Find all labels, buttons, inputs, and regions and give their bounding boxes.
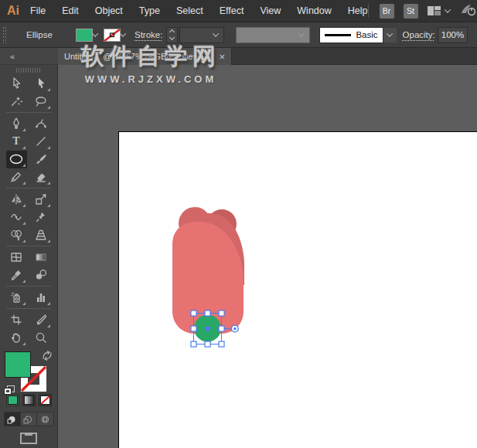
tool-group-divider [6,112,51,113]
control-bar: Ellipse Stroke: Basic Opacity: 100 [0,22,477,48]
paintbrush-tool[interactable] [31,151,52,168]
draw-inside-button[interactable] [37,412,53,426]
blend-tool[interactable] [31,266,52,284]
default-fill-stroke-icon[interactable] [4,385,15,395]
toolbar-collapse-button[interactable]: « [0,48,58,65]
tools-panel-grip[interactable] [16,68,41,73]
gradient-tool[interactable] [31,249,52,266]
pen-nib-icon [9,117,23,131]
chevron-down-icon [92,30,98,36]
menu-view[interactable]: View [260,5,281,16]
bridge-button[interactable]: Br [380,4,394,19]
tab-close-icon[interactable]: × [219,51,225,63]
draw-behind-icon [23,415,33,424]
screen-mode-button[interactable] [20,433,37,448]
lasso-tool[interactable] [31,93,52,110]
pencil-icon [9,170,23,184]
zoom-tool[interactable] [31,329,52,347]
line-segment-tool[interactable] [31,133,52,151]
reflect-tool[interactable] [6,191,27,209]
chevron-down-icon [213,30,219,36]
scale-tool[interactable] [31,191,52,209]
fill-swatch-icon [76,29,93,42]
pen-tool[interactable] [6,115,27,133]
pin-icon [34,210,48,224]
stepper-down-icon[interactable] [169,35,175,40]
artboard[interactable] [118,131,477,448]
document-tab[interactable]: Untitled-1 @ 66.67% (RGB/Preview) × [58,48,232,65]
lasso-icon [34,94,48,108]
curvature-tool[interactable] [31,115,52,133]
stroke-label[interactable]: Stroke: [135,30,162,39]
width-tool[interactable] [6,209,27,226]
draw-behind-button[interactable] [21,412,37,426]
magic-wand-tool[interactable] [6,93,27,110]
menu-effect[interactable]: Effect [220,5,244,16]
shaper-tool[interactable] [6,168,27,186]
hand-tool[interactable] [6,329,27,347]
stroke-none-swatch-icon [104,29,121,42]
type-tool[interactable]: T [6,133,27,151]
fill-color-control[interactable] [76,29,97,42]
draw-normal-button[interactable] [5,412,21,426]
color-button[interactable] [6,394,19,406]
menu-edit[interactable]: Edit [62,5,79,16]
canvas-pasteboard[interactable] [58,65,477,448]
opacity-value-field[interactable]: 100% [438,27,468,43]
brush-definition-dropdown[interactable]: Basic [319,27,396,43]
workspace-switcher-icon[interactable] [428,5,450,16]
live-shape-widget-dot [233,328,236,330]
opacity-label[interactable]: Opacity: [403,30,435,39]
menu-bar: Ai File Edit Object Type Select Effect V… [0,0,477,22]
selection-tool[interactable] [6,75,27,93]
menu-help[interactable]: Help [348,5,368,16]
menu-window[interactable]: Window [297,5,331,16]
gradient-button[interactable] [22,394,36,406]
swap-fill-stroke-icon[interactable] [42,351,53,361]
mesh-tool[interactable] [6,249,27,266]
eyedropper-tool[interactable] [6,266,27,284]
shape-builder-tool[interactable] [6,226,27,244]
selection-arrow-icon [9,76,23,90]
slice-tool[interactable] [31,311,52,329]
stroke-weight-stepper[interactable] [166,27,178,43]
menu-file[interactable]: File [30,5,46,16]
type-tool-glyph: T [12,135,19,148]
none-button[interactable] [39,394,52,406]
stroke-weight-dropdown[interactable] [179,27,224,43]
screen-mode-icon [20,433,37,445]
symbol-sprayer-tool[interactable] [6,289,27,307]
selection-center-point[interactable] [205,326,210,331]
cc-sync-icon[interactable] [459,2,476,19]
menu-type[interactable]: Type [139,5,160,16]
chevron-down-icon [298,30,305,36]
perspective-grid-tool[interactable] [31,226,52,244]
curvature-icon [34,117,48,131]
stepper-up-icon[interactable] [169,29,175,35]
gradient-swatch-icon [24,395,34,405]
draw-mode-row [4,412,54,426]
control-bar-grip[interactable] [2,26,8,43]
direct-selection-tool[interactable] [31,75,52,93]
direct-selection-arrow-icon [34,76,48,90]
color-swatch-icon [8,395,18,405]
fill-indicator[interactable] [5,351,31,378]
tool-group-divider [6,188,51,188]
tool-context-label: Ellipse [26,30,62,39]
brush-dropdown-button[interactable] [383,28,397,42]
stock-button[interactable]: St [404,4,418,19]
spray-can-icon [9,290,23,304]
draw-normal-icon [7,415,17,424]
chevron-down-icon [120,30,126,36]
ellipse-tool-selected[interactable] [6,151,27,168]
puppet-warp-tool[interactable] [31,209,52,226]
width-icon [9,210,23,224]
eraser-icon [34,170,48,184]
stroke-color-control[interactable] [104,29,125,42]
artboard-tool[interactable] [6,311,27,329]
column-graph-tool[interactable] [31,289,52,307]
tools-grid: T [6,75,52,347]
menu-select[interactable]: Select [176,5,203,16]
eraser-tool[interactable] [31,168,52,186]
menu-object[interactable]: Object [95,5,123,16]
